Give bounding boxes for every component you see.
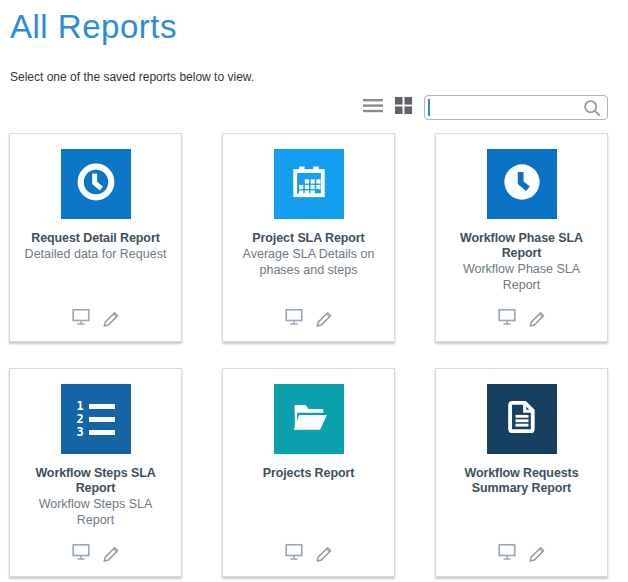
page-subtitle: Select one of the saved reports below to… <box>10 70 608 84</box>
report-title: Request Detail Report <box>26 231 164 246</box>
report-title: Workflow Requests Summary Report <box>436 466 607 496</box>
pencil-icon <box>527 541 547 565</box>
report-title: Workflow Steps SLA Report <box>10 466 181 496</box>
report-card[interactable]: Projects Report <box>222 368 395 577</box>
view-report-button[interactable] <box>283 541 305 565</box>
edit-report-button[interactable] <box>314 306 334 330</box>
monitor-icon <box>496 541 518 565</box>
card-actions <box>496 541 547 565</box>
report-tile <box>274 384 344 454</box>
edit-report-button[interactable] <box>101 306 121 330</box>
pencil-icon <box>101 541 121 565</box>
document-icon <box>499 394 545 444</box>
toolbar <box>9 94 608 120</box>
pencil-icon <box>101 306 121 330</box>
search-box <box>424 95 608 120</box>
report-tile <box>487 384 557 454</box>
report-card[interactable]: 123 Workflow Steps SLA Report Workflow S… <box>9 368 182 577</box>
view-report-button[interactable] <box>70 541 92 565</box>
folder-open-icon <box>286 394 332 444</box>
monitor-icon <box>70 541 92 565</box>
report-tile <box>274 149 344 219</box>
report-description: Detailed data for Request <box>15 247 177 263</box>
report-title: Project SLA Report <box>247 231 369 246</box>
text-caret <box>428 99 430 116</box>
pencil-icon <box>527 306 547 330</box>
clock-outline-icon <box>73 159 119 209</box>
monitor-icon <box>283 306 305 330</box>
card-actions <box>496 306 547 330</box>
report-card[interactable]: Project SLA Report Average SLA Details o… <box>222 133 395 342</box>
report-card[interactable]: Workflow Requests Summary Report <box>435 368 608 577</box>
numbered-list-icon: 123 <box>76 402 115 437</box>
report-title: Projects Report <box>258 466 360 481</box>
edit-report-button[interactable] <box>527 306 547 330</box>
card-actions <box>70 541 121 565</box>
report-tile <box>61 149 131 219</box>
pencil-icon <box>314 541 334 565</box>
monitor-icon <box>496 306 518 330</box>
report-title: Workflow Phase SLA Report <box>436 231 607 261</box>
edit-report-button[interactable] <box>101 541 121 565</box>
report-description: Workflow Phase SLA Report <box>436 262 607 293</box>
all-reports-page: All Reports Select one of the saved repo… <box>0 0 628 577</box>
view-report-button[interactable] <box>70 306 92 330</box>
card-actions <box>70 306 121 330</box>
grid-view-button[interactable] <box>391 95 415 119</box>
clock-solid-icon <box>499 159 545 209</box>
card-actions <box>283 306 334 330</box>
report-tile: 123 <box>61 384 131 454</box>
search-input[interactable] <box>431 97 577 118</box>
report-tile <box>487 149 557 219</box>
view-report-button[interactable] <box>283 306 305 330</box>
list-view-icon <box>362 97 384 118</box>
report-description: Workflow Steps SLA Report <box>10 497 181 528</box>
reports-grid: Request Detail Report Detailed data for … <box>9 133 608 577</box>
search-icon[interactable] <box>582 98 602 122</box>
grid-view-icon <box>394 96 413 118</box>
edit-report-button[interactable] <box>527 541 547 565</box>
edit-report-button[interactable] <box>314 541 334 565</box>
monitor-icon <box>70 306 92 330</box>
card-actions <box>283 541 334 565</box>
report-card[interactable]: Workflow Phase SLA Report Workflow Phase… <box>435 133 608 342</box>
list-view-button[interactable] <box>361 95 385 119</box>
pencil-icon <box>314 306 334 330</box>
view-report-button[interactable] <box>496 306 518 330</box>
report-description: Average SLA Details on phases and steps <box>223 247 394 278</box>
view-report-button[interactable] <box>496 541 518 565</box>
calendar-icon <box>286 159 332 209</box>
monitor-icon <box>283 541 305 565</box>
report-card[interactable]: Request Detail Report Detailed data for … <box>9 133 182 342</box>
page-title: All Reports <box>10 8 608 46</box>
